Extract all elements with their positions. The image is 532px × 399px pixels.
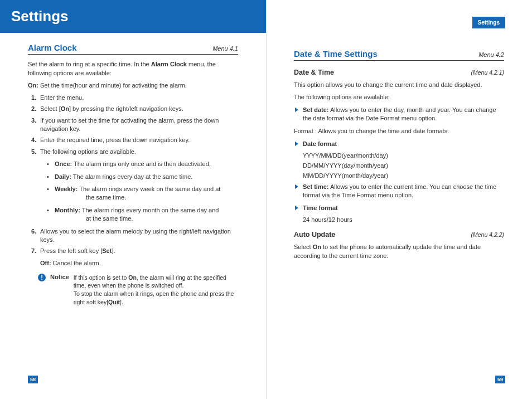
- step-2: 2.Select [On] by pressing the right/left…: [31, 105, 238, 113]
- page-number-left: 58: [28, 376, 38, 383]
- setdate-l: Set date:: [303, 106, 328, 113]
- s7-pre: Press the left soft key [: [40, 247, 102, 254]
- notice-block: ! Notice If this option is set to On, th…: [28, 274, 238, 306]
- step-6: 6.Allows you to select the alarm melody …: [31, 227, 238, 245]
- step-1: 1.Enter the menu.: [31, 94, 238, 102]
- option-weekly: Weekly: The alarm rings every week on th…: [47, 185, 238, 202]
- step-4-text: Enter the required time, press the down …: [40, 137, 190, 143]
- auto-update-text: Select On to set the phone to automatica…: [294, 243, 504, 261]
- on-text: Set the time(hour and minute) for activa…: [38, 82, 187, 89]
- monthly-c: at the same time.: [55, 215, 238, 223]
- date-format-1: YYYY/MM/DD(year/month/day): [294, 152, 504, 159]
- step-6-text: Allows you to select the alarm melody by…: [40, 228, 231, 243]
- notice-text: If this option is set to On, the alarm w…: [74, 274, 238, 306]
- option-daily: Daily: The alarm rings every day at the …: [47, 173, 238, 181]
- time-format-1: 24 hours/12 hours: [294, 216, 504, 223]
- section-dt-menu: Menu 4.2: [478, 51, 504, 58]
- au-menu: (Menu 4.2.2): [471, 231, 504, 238]
- monthly-l: Monthly:: [55, 207, 80, 213]
- nb-post: ].: [120, 299, 123, 305]
- dt-intro: This option allows you to change the cur…: [294, 81, 504, 90]
- weekly-t: The alarm rings every week on the same d…: [78, 186, 220, 192]
- au-bold: On: [313, 244, 321, 250]
- dt-sub-menu: (Menu 4.2.1): [471, 69, 504, 76]
- weekly-l: Weekly:: [55, 186, 78, 192]
- sub-date-time: Date & Time (Menu 4.2.1): [294, 69, 504, 76]
- na-bold: On: [128, 274, 137, 281]
- au-pre: Select: [294, 244, 313, 250]
- section-alarm-clock: Alarm Clock Menu 4.1: [28, 43, 238, 55]
- intro-pre: Set the alarm to ring at a specific time…: [28, 61, 151, 67]
- au-title: Auto Update: [294, 231, 335, 239]
- page-number-right: 59: [495, 376, 505, 383]
- section-alarm-title: Alarm Clock: [28, 43, 77, 52]
- s7-post: ].: [112, 247, 115, 254]
- option-set-date: Set date: Allows you to enter the day, m…: [294, 106, 504, 123]
- setdate-t: Allows you to enter the day, month and y…: [303, 106, 496, 121]
- s2-post: ] by pressing the right/left navigation …: [69, 105, 183, 112]
- option-date-format: Date format: [294, 140, 504, 148]
- step-3: 3.If you want to set the time for activa…: [31, 116, 238, 134]
- step-1-text: Enter the menu.: [40, 94, 84, 101]
- banner-title: Settings: [0, 0, 266, 33]
- dt-following: The following options are available:: [294, 93, 504, 102]
- notice-label: Notice: [50, 274, 69, 280]
- option-once: Once: The alarm rings only once and is t…: [47, 160, 238, 168]
- page-right: Settings Date & Time Settings Menu 4.2 D…: [266, 0, 532, 399]
- step-5-text: The following options are available.: [40, 148, 136, 155]
- once-t: The alarm rings only once and is then de…: [72, 160, 211, 167]
- option-time-format: Time format: [294, 204, 504, 212]
- step-4: 4.Enter the required time, press the dow…: [31, 136, 238, 144]
- na-pre: If this option is set to: [74, 274, 129, 281]
- alarm-options: Once: The alarm rings only once and is t…: [40, 160, 238, 223]
- au-post: to set the phone to automatically update…: [294, 244, 481, 259]
- dateformat-l: Date format: [303, 140, 337, 147]
- option-set-time: Set time: Allows you to enter the curren…: [294, 183, 504, 200]
- s7-bold: Set: [102, 247, 112, 254]
- date-format-3: MM/DD/YYYY(month/day/year): [294, 172, 504, 179]
- date-format-2: DD/MM/YYYY(day/month/year): [294, 162, 504, 169]
- timeformat-l: Time format: [303, 205, 338, 211]
- nb-bold: Quit: [108, 299, 120, 305]
- s2-pre: Select [: [40, 105, 61, 112]
- off-text: Cancel the alarm.: [51, 260, 101, 266]
- section-dt-title: Date & Time Settings: [294, 49, 378, 59]
- weekly-c: the same time.: [55, 193, 238, 202]
- section-datetime: Date & Time Settings Menu 4.2: [294, 49, 504, 61]
- section-alarm-menu: Menu 4.1: [212, 45, 238, 52]
- nb-pre: To stop the alarm when it rings, open th…: [74, 290, 234, 305]
- option-monthly: Monthly: The alarm rings every month on …: [47, 206, 238, 223]
- monthly-t: The alarm rings every month on the same …: [80, 207, 219, 213]
- s2-bold: On: [61, 105, 69, 112]
- alarm-steps: 1.Enter the menu. 2.Select [On] by press…: [28, 94, 238, 256]
- on-label: On:: [28, 82, 38, 89]
- settime-l: Set time:: [303, 183, 328, 190]
- format-line: Format : Allows you to change the time a…: [294, 127, 504, 136]
- header-tab-settings: Settings: [472, 17, 505, 28]
- step-7: 7.Press the left soft key [Set].: [31, 247, 238, 255]
- once-l: Once:: [55, 160, 72, 167]
- notice-icon: !: [38, 274, 46, 281]
- off-label: Off:: [40, 260, 51, 266]
- step-3-text: If you want to set the time for activati…: [40, 117, 219, 132]
- settime-t: Allows you to enter the current time. Yo…: [303, 183, 496, 198]
- alarm-intro: Set the alarm to ring at a specific time…: [28, 60, 238, 78]
- sub-auto-update: Auto Update (Menu 4.2.2): [294, 231, 504, 239]
- daily-l: Daily:: [55, 173, 71, 180]
- alarm-off-line: Off: Cancel the alarm.: [28, 259, 238, 268]
- step-5: 5.The following options are available. O…: [31, 148, 238, 223]
- alarm-on-line: On: Set the time(hour and minute) for ac…: [28, 81, 238, 90]
- dt-sub-title: Date & Time: [294, 69, 334, 76]
- daily-t: The alarm rings every day at the same ti…: [71, 173, 192, 180]
- page-left: Settings Alarm Clock Menu 4.1 Set the al…: [0, 0, 266, 399]
- intro-bold: Alarm Clock: [151, 61, 187, 67]
